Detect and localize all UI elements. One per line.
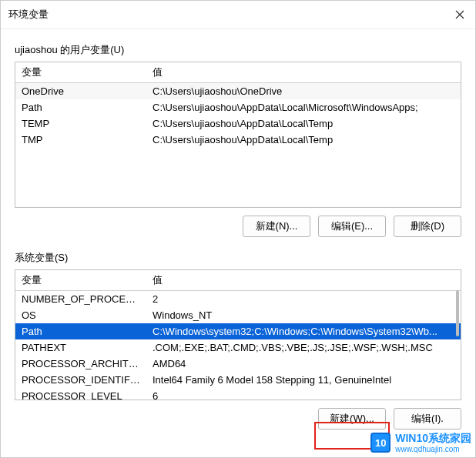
table-row[interactable]: PATHEXT .COM;.EXE;.BAT;.CMD;.VBS;.VBE;.J… [15, 339, 461, 356]
cell-val: C:\Windows\system32;C:\Windows;C:\Window… [146, 323, 461, 339]
table-row[interactable]: OS Windows_NT [15, 307, 461, 323]
table-row[interactable]: PROCESSOR_LEVEL 6 [15, 388, 461, 399]
watermark-sub: www.qdhuajin.com [395, 445, 471, 454]
cell-val: AMD64 [146, 356, 461, 372]
titlebar: 环境变量 [1, 1, 475, 29]
cell-var: TEMP [15, 115, 146, 132]
cell-val: C:\Users\ujiaoshou\AppData\Local\Temp [146, 132, 461, 148]
cell-var: PROCESSOR_IDENTIFIER [15, 372, 146, 388]
table-header-row: 变量 值 [15, 62, 461, 83]
close-icon[interactable] [452, 7, 468, 22]
cell-var: OS [15, 307, 146, 323]
dialog-content: ujiaoshou 的用户变量(U) 变量 值 OneDrive C:\User… [1, 29, 475, 457]
cell-var: OneDrive [15, 83, 146, 100]
cell-val: C:\Users\ujiaoshou\AppData\Local\Microso… [146, 99, 461, 115]
edit-sys-button[interactable]: 编辑(I). [394, 408, 461, 430]
table-row[interactable]: TMP C:\Users\ujiaoshou\AppData\Local\Tem… [15, 132, 461, 148]
user-vars-table[interactable]: 变量 值 OneDrive C:\Users\ujiaoshou\OneDriv… [15, 62, 461, 208]
table-header-row: 变量 值 [15, 270, 461, 291]
cell-val: C:\Users\ujiaoshou\OneDrive [146, 83, 461, 100]
new-user-button[interactable]: 新建(N)... [243, 216, 310, 237]
col-variable[interactable]: 变量 [15, 270, 146, 291]
cell-var: PATHEXT [15, 339, 146, 356]
cell-var: NUMBER_OF_PROCESSORS [15, 291, 146, 308]
table-row[interactable]: TEMP C:\Users\ujiaoshou\AppData\Local\Te… [15, 115, 461, 132]
cell-val: 2 [146, 291, 461, 308]
table-row[interactable]: Path C:\Windows\system32;C:\Windows;C:\W… [15, 323, 461, 339]
cell-val: 6 [146, 388, 461, 399]
scrollbar-thumb[interactable] [456, 290, 459, 336]
cell-val: .COM;.EXE;.BAT;.CMD;.VBS;.VBE;.JS;.JSE;.… [146, 339, 461, 356]
user-vars-label: ujiaoshou 的用户变量(U) [15, 43, 461, 57]
cell-val: Intel64 Family 6 Model 158 Stepping 11, … [146, 372, 461, 388]
user-buttons-row: 新建(N)... 编辑(E)... 删除(D) [15, 216, 461, 237]
delete-user-button[interactable]: 删除(D) [394, 216, 461, 237]
col-value[interactable]: 值 [146, 270, 461, 291]
env-vars-dialog: 环境变量 ujiaoshou 的用户变量(U) 变量 值 OneDri [0, 0, 476, 458]
sys-vars-label: 系统变量(S) [15, 251, 461, 265]
new-sys-button[interactable]: 新建(W)... [318, 408, 386, 430]
cell-var: TMP [15, 132, 146, 148]
table-row[interactable]: OneDrive C:\Users\ujiaoshou\OneDrive [15, 83, 461, 100]
cell-var: PROCESSOR_LEVEL [15, 388, 146, 399]
cell-val: C:\Users\ujiaoshou\AppData\Local\Temp [146, 115, 461, 132]
watermark-badge-icon: 10 [370, 433, 391, 453]
table-row[interactable]: PROCESSOR_ARCHITECT... AMD64 [15, 356, 461, 372]
sys-buttons-row: 新建(W)... 编辑(I). [15, 408, 461, 430]
cell-var: PROCESSOR_ARCHITECT... [15, 356, 146, 372]
table-row[interactable]: PROCESSOR_IDENTIFIER Intel64 Family 6 Mo… [15, 372, 461, 388]
cell-val: Windows_NT [146, 307, 461, 323]
col-variable[interactable]: 变量 [15, 62, 146, 83]
watermark-text: WIN10系统家园 www.qdhuajin.com [395, 432, 471, 453]
col-value[interactable]: 值 [146, 62, 461, 83]
watermark-main: WIN10系统家园 [395, 432, 471, 444]
cell-var: Path [15, 99, 146, 115]
dialog-title: 环境变量 [8, 8, 49, 22]
cell-var: Path [15, 323, 146, 339]
watermark: 10 WIN10系统家园 www.qdhuajin.com [370, 432, 471, 453]
edit-user-button[interactable]: 编辑(E)... [318, 216, 386, 237]
sys-vars-table[interactable]: 变量 值 NUMBER_OF_PROCESSORS 2 OS Windows_N… [15, 269, 461, 400]
table-row[interactable]: Path C:\Users\ujiaoshou\AppData\Local\Mi… [15, 99, 461, 115]
table-row[interactable]: NUMBER_OF_PROCESSORS 2 [15, 291, 461, 308]
